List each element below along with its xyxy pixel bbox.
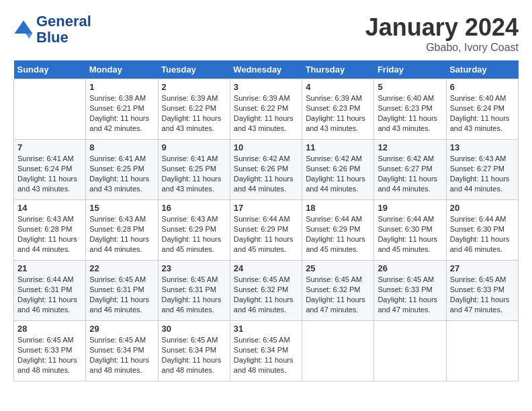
calendar-cell: [14, 79, 86, 140]
calendar-cell: 11Sunrise: 6:42 AMSunset: 6:26 PMDayligh…: [302, 140, 374, 200]
day-info: Sunrise: 6:42 AMSunset: 6:26 PMDaylight:…: [234, 154, 298, 193]
day-number: 11: [306, 142, 370, 152]
calendar-cell: 4Sunrise: 6:39 AMSunset: 6:23 PMDaylight…: [302, 79, 374, 140]
day-info: Sunrise: 6:45 AMSunset: 6:31 PMDaylight:…: [89, 275, 154, 314]
day-info: Sunrise: 6:38 AMSunset: 6:21 PMDaylight:…: [89, 93, 154, 133]
calendar-cell: 10Sunrise: 6:42 AMSunset: 6:26 PMDayligh…: [230, 140, 302, 200]
calendar-cell: 19Sunrise: 6:44 AMSunset: 6:30 PMDayligh…: [374, 200, 446, 261]
day-info: Sunrise: 6:45 AMSunset: 6:34 PMDaylight:…: [234, 335, 298, 375]
day-number: 17: [234, 203, 298, 213]
day-info: Sunrise: 6:44 AMSunset: 6:30 PMDaylight:…: [450, 214, 515, 254]
calendar-cell: 24Sunrise: 6:45 AMSunset: 6:32 PMDayligh…: [230, 261, 302, 321]
day-number: 30: [162, 324, 226, 334]
calendar-week-row: 7Sunrise: 6:41 AMSunset: 6:24 PMDaylight…: [14, 140, 519, 200]
calendar-cell: 2Sunrise: 6:39 AMSunset: 6:22 PMDaylight…: [158, 79, 230, 140]
day-info: Sunrise: 6:43 AMSunset: 6:29 PMDaylight:…: [162, 214, 226, 254]
day-info: Sunrise: 6:45 AMSunset: 6:33 PMDaylight:…: [450, 275, 515, 314]
day-info: Sunrise: 6:45 AMSunset: 6:33 PMDaylight:…: [378, 275, 442, 314]
calendar-cell: 26Sunrise: 6:45 AMSunset: 6:33 PMDayligh…: [374, 261, 446, 321]
weekday-header-monday: Monday: [86, 60, 158, 79]
calendar-cell: [446, 321, 518, 381]
day-info: Sunrise: 6:41 AMSunset: 6:24 PMDaylight:…: [17, 154, 82, 193]
calendar-cell: 6Sunrise: 6:40 AMSunset: 6:24 PMDaylight…: [446, 79, 518, 140]
calendar-week-row: 14Sunrise: 6:43 AMSunset: 6:28 PMDayligh…: [14, 200, 519, 261]
day-info: Sunrise: 6:45 AMSunset: 6:31 PMDaylight:…: [162, 275, 226, 314]
calendar-cell: 21Sunrise: 6:44 AMSunset: 6:31 PMDayligh…: [14, 261, 86, 321]
day-info: Sunrise: 6:41 AMSunset: 6:25 PMDaylight:…: [89, 154, 154, 193]
weekday-header-tuesday: Tuesday: [158, 60, 230, 79]
calendar-cell: 22Sunrise: 6:45 AMSunset: 6:31 PMDayligh…: [86, 261, 158, 321]
calendar-table: SundayMondayTuesdayWednesdayThursdayFrid…: [13, 60, 519, 381]
location: Gbabo, Ivory Coast: [365, 42, 519, 54]
calendar-cell: 25Sunrise: 6:45 AMSunset: 6:32 PMDayligh…: [302, 261, 374, 321]
day-info: Sunrise: 6:45 AMSunset: 6:32 PMDaylight:…: [306, 275, 370, 314]
calendar-cell: 1Sunrise: 6:38 AMSunset: 6:21 PMDaylight…: [86, 79, 158, 140]
weekday-header-saturday: Saturday: [446, 60, 518, 79]
logo: General Blue: [13, 13, 91, 46]
weekday-header-thursday: Thursday: [302, 60, 374, 79]
day-info: Sunrise: 6:45 AMSunset: 6:34 PMDaylight:…: [162, 335, 226, 375]
day-number: 3: [234, 82, 298, 92]
day-info: Sunrise: 6:40 AMSunset: 6:23 PMDaylight:…: [378, 93, 442, 133]
title-block: January 2024 Gbabo, Ivory Coast: [365, 13, 519, 54]
calendar-cell: 17Sunrise: 6:44 AMSunset: 6:29 PMDayligh…: [230, 200, 302, 261]
logo-icon: [13, 19, 34, 40]
calendar-cell: 5Sunrise: 6:40 AMSunset: 6:23 PMDaylight…: [374, 79, 446, 140]
calendar-cell: 27Sunrise: 6:45 AMSunset: 6:33 PMDayligh…: [446, 261, 518, 321]
day-number: 16: [162, 203, 226, 213]
calendar-cell: 14Sunrise: 6:43 AMSunset: 6:28 PMDayligh…: [14, 200, 86, 261]
day-number: 23: [162, 263, 226, 273]
svg-marker-1: [26, 34, 33, 39]
day-number: 24: [234, 263, 298, 273]
day-number: 21: [17, 263, 82, 273]
day-info: Sunrise: 6:43 AMSunset: 6:28 PMDaylight:…: [17, 214, 82, 254]
day-info: Sunrise: 6:44 AMSunset: 6:30 PMDaylight:…: [378, 214, 442, 254]
month-title: January 2024: [365, 13, 519, 42]
calendar-cell: 23Sunrise: 6:45 AMSunset: 6:31 PMDayligh…: [158, 261, 230, 321]
day-info: Sunrise: 6:43 AMSunset: 6:28 PMDaylight:…: [89, 214, 154, 254]
day-info: Sunrise: 6:43 AMSunset: 6:27 PMDaylight:…: [450, 154, 515, 193]
calendar-cell: 16Sunrise: 6:43 AMSunset: 6:29 PMDayligh…: [158, 200, 230, 261]
day-info: Sunrise: 6:44 AMSunset: 6:29 PMDaylight:…: [306, 214, 370, 254]
day-number: 18: [306, 203, 370, 213]
calendar-cell: 29Sunrise: 6:45 AMSunset: 6:34 PMDayligh…: [86, 321, 158, 381]
day-number: 14: [17, 203, 82, 213]
calendar-cell: 9Sunrise: 6:41 AMSunset: 6:25 PMDaylight…: [158, 140, 230, 200]
day-info: Sunrise: 6:45 AMSunset: 6:34 PMDaylight:…: [89, 335, 154, 375]
day-number: 25: [306, 263, 370, 273]
day-info: Sunrise: 6:42 AMSunset: 6:27 PMDaylight:…: [378, 154, 442, 193]
day-number: 2: [162, 82, 226, 92]
day-number: 27: [450, 263, 515, 273]
day-info: Sunrise: 6:39 AMSunset: 6:22 PMDaylight:…: [234, 93, 298, 133]
day-number: 6: [450, 82, 515, 92]
calendar-cell: [302, 321, 374, 381]
calendar-week-row: 28Sunrise: 6:45 AMSunset: 6:33 PMDayligh…: [14, 321, 519, 381]
weekday-header-row: SundayMondayTuesdayWednesdayThursdayFrid…: [14, 60, 519, 79]
day-number: 28: [17, 324, 82, 334]
calendar-cell: 15Sunrise: 6:43 AMSunset: 6:28 PMDayligh…: [86, 200, 158, 261]
day-info: Sunrise: 6:45 AMSunset: 6:32 PMDaylight:…: [234, 275, 298, 314]
calendar-cell: 28Sunrise: 6:45 AMSunset: 6:33 PMDayligh…: [14, 321, 86, 381]
day-number: 13: [450, 142, 515, 152]
calendar-cell: 3Sunrise: 6:39 AMSunset: 6:22 PMDaylight…: [230, 79, 302, 140]
day-number: 4: [306, 82, 370, 92]
day-number: 31: [234, 324, 298, 334]
day-info: Sunrise: 6:44 AMSunset: 6:31 PMDaylight:…: [17, 275, 82, 314]
calendar-cell: 20Sunrise: 6:44 AMSunset: 6:30 PMDayligh…: [446, 200, 518, 261]
weekday-header-sunday: Sunday: [14, 60, 86, 79]
day-number: 19: [378, 203, 442, 213]
calendar-cell: 12Sunrise: 6:42 AMSunset: 6:27 PMDayligh…: [374, 140, 446, 200]
day-info: Sunrise: 6:44 AMSunset: 6:29 PMDaylight:…: [234, 214, 298, 254]
day-number: 15: [89, 203, 154, 213]
calendar-cell: 31Sunrise: 6:45 AMSunset: 6:34 PMDayligh…: [230, 321, 302, 381]
day-number: 8: [89, 142, 154, 152]
day-number: 5: [378, 82, 442, 92]
svg-marker-0: [15, 21, 33, 34]
day-number: 7: [17, 142, 82, 152]
calendar-week-row: 1Sunrise: 6:38 AMSunset: 6:21 PMDaylight…: [14, 79, 519, 140]
calendar-cell: [374, 321, 446, 381]
day-number: 10: [234, 142, 298, 152]
weekday-header-wednesday: Wednesday: [230, 60, 302, 79]
calendar-cell: 18Sunrise: 6:44 AMSunset: 6:29 PMDayligh…: [302, 200, 374, 261]
calendar-week-row: 21Sunrise: 6:44 AMSunset: 6:31 PMDayligh…: [14, 261, 519, 321]
